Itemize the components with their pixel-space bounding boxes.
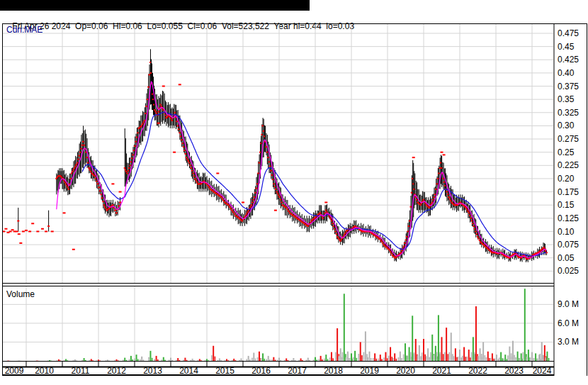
price-axis-label: 0.275 <box>558 134 579 144</box>
volume-bars <box>6 289 549 361</box>
price-axis-label: 0.35 <box>558 94 575 104</box>
year-axis-label: 2011 <box>72 366 90 376</box>
price-axis-label: 0.075 <box>558 240 579 250</box>
price-axis-label: 0.225 <box>558 160 579 170</box>
price-axis-label: 0.175 <box>558 187 579 197</box>
price-axis-label: 0.425 <box>558 55 579 65</box>
year-axis-label: 2016 <box>251 366 271 376</box>
year-axis-label: 2018 <box>324 366 343 376</box>
stockwatch-historic-chart-window: Historic Chart for Cdn:MAE by Stockwatch… <box>0 0 588 385</box>
price-axis-label: 0.325 <box>558 108 579 118</box>
price-axis-label: 0.15 <box>558 200 575 210</box>
price-axis-label: 0.475 <box>558 28 579 38</box>
year-axis-label: 2021 <box>432 366 451 376</box>
volume-axis-label: 9.0 M <box>558 299 579 309</box>
year-axis-label: 2023 <box>504 366 524 376</box>
price-axis-label: 0.125 <box>558 213 579 223</box>
volume-panel-title: Volume <box>6 289 35 299</box>
title-bar: Historic Chart for Cdn:MAE by Stockwatch… <box>0 0 310 11</box>
historic-chart: Cdn:MAEVolume0.4750.450.4250.400.3750.35… <box>2 23 588 376</box>
year-axis-label: 2024 <box>533 366 552 376</box>
price-axis-label: 0.40 <box>558 68 575 78</box>
year-axis-label: 2010 <box>35 366 54 376</box>
price-axis-label: 0.25 <box>558 147 575 157</box>
year-axis-label: 2022 <box>468 366 487 376</box>
year-axis-label: 2009 <box>5 366 24 376</box>
year-axis-label: 2017 <box>288 366 307 376</box>
price-axis-label: 0.45 <box>558 42 575 52</box>
price-axis-label: 0.025 <box>558 266 579 276</box>
quote-summary-line: Fri Apr 26 2024 Op=0.06 Hi=0.06 Lo=0.055… <box>0 11 588 21</box>
price-axis-label: 0.10 <box>558 227 575 237</box>
year-axis-label: 2012 <box>107 366 126 376</box>
year-axis-label: 2019 <box>360 366 379 376</box>
volume-axis-label: 6.0 M <box>558 318 579 328</box>
year-axis-label: 2013 <box>143 366 162 376</box>
chart-canvas: Cdn:MAEVolume0.4750.450.4250.400.3750.35… <box>2 23 588 376</box>
price-axis-label: 0.375 <box>558 82 579 91</box>
price-axis-label: 0.30 <box>558 121 575 130</box>
price-axis-label: 0.20 <box>558 174 575 184</box>
price-bars <box>17 49 548 262</box>
year-ticks <box>26 362 532 367</box>
symbol-label: Cdn:MAE <box>6 25 43 35</box>
volume-axis-label: 3.0 M <box>558 337 579 347</box>
trade-dots <box>2 84 445 250</box>
year-axis-label: 2015 <box>215 366 234 376</box>
year-axis-label: 2020 <box>396 366 415 376</box>
price-axis-label: 0.05 <box>558 253 575 263</box>
year-axis-label: 2014 <box>179 366 198 376</box>
